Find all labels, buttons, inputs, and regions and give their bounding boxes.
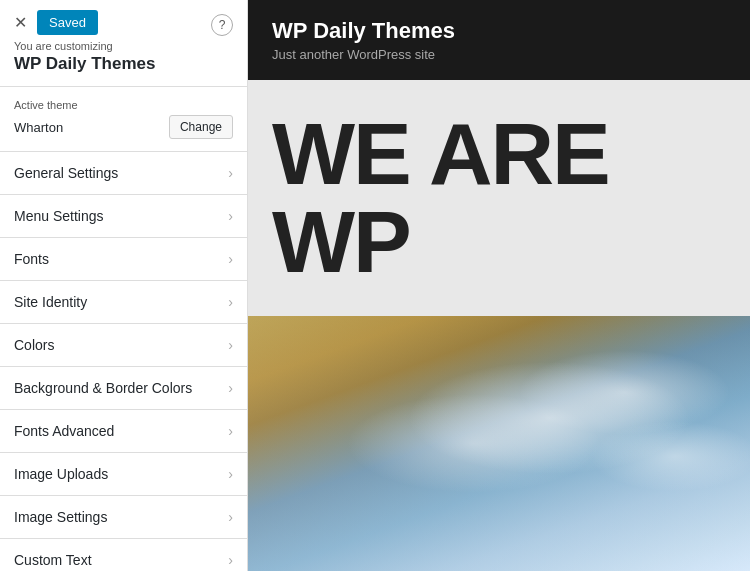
menu-section: General Settings › Menu Settings › Fonts… xyxy=(0,152,247,571)
site-header: WP Daily Themes Just another WordPress s… xyxy=(248,0,750,80)
chevron-icon: › xyxy=(228,552,233,568)
sidebar: ✕ Saved You are customizing WP Daily The… xyxy=(0,0,248,571)
menu-item-background-border-colors[interactable]: Background & Border Colors › xyxy=(0,367,247,410)
main-content: WP Daily Themes Just another WordPress s… xyxy=(248,0,750,571)
menu-item-label: Image Uploads xyxy=(14,466,108,482)
menu-item-label: Background & Border Colors xyxy=(14,380,192,396)
chevron-icon: › xyxy=(228,208,233,224)
menu-item-label: Image Settings xyxy=(14,509,107,525)
menu-item-menu-settings[interactable]: Menu Settings › xyxy=(0,195,247,238)
hero-section: WE ARE WP xyxy=(248,80,750,316)
chevron-icon: › xyxy=(228,380,233,396)
menu-item-site-identity[interactable]: Site Identity › xyxy=(0,281,247,324)
hero-text: WE ARE WP xyxy=(272,110,726,286)
menu-item-label: Menu Settings xyxy=(14,208,104,224)
site-tagline: Just another WordPress site xyxy=(272,47,726,62)
image-section xyxy=(248,316,750,571)
menu-item-fonts[interactable]: Fonts › xyxy=(0,238,247,281)
chevron-icon: › xyxy=(228,509,233,525)
chevron-icon: › xyxy=(228,466,233,482)
menu-item-general-settings[interactable]: General Settings › xyxy=(0,152,247,195)
menu-item-image-uploads[interactable]: Image Uploads › xyxy=(0,453,247,496)
change-theme-button[interactable]: Change xyxy=(169,115,233,139)
chevron-icon: › xyxy=(228,337,233,353)
chevron-icon: › xyxy=(228,294,233,310)
menu-item-image-settings[interactable]: Image Settings › xyxy=(0,496,247,539)
active-theme-name: Wharton xyxy=(14,120,63,135)
menu-item-custom-text[interactable]: Custom Text › xyxy=(0,539,247,571)
help-button[interactable]: ? xyxy=(211,14,233,36)
menu-item-label: Fonts xyxy=(14,251,49,267)
menu-item-label: Custom Text xyxy=(14,552,92,568)
chevron-icon: › xyxy=(228,251,233,267)
menu-item-label: Site Identity xyxy=(14,294,87,310)
customizing-label: You are customizing xyxy=(14,40,155,52)
saved-button[interactable]: Saved xyxy=(37,10,98,35)
active-theme-label: Active theme xyxy=(14,99,233,111)
sidebar-header: ✕ Saved You are customizing WP Daily The… xyxy=(0,0,247,87)
theme-title: WP Daily Themes xyxy=(14,54,155,74)
menu-item-colors[interactable]: Colors › xyxy=(0,324,247,367)
menu-item-label: Fonts Advanced xyxy=(14,423,114,439)
menu-item-label: Colors xyxy=(14,337,54,353)
close-button[interactable]: ✕ xyxy=(10,13,31,33)
site-name: WP Daily Themes xyxy=(272,18,726,44)
chevron-icon: › xyxy=(228,423,233,439)
cloud-overlay xyxy=(248,316,750,571)
chevron-icon: › xyxy=(228,165,233,181)
menu-item-label: General Settings xyxy=(14,165,118,181)
active-theme-section: Active theme Wharton Change xyxy=(0,87,247,152)
menu-item-fonts-advanced[interactable]: Fonts Advanced › xyxy=(0,410,247,453)
